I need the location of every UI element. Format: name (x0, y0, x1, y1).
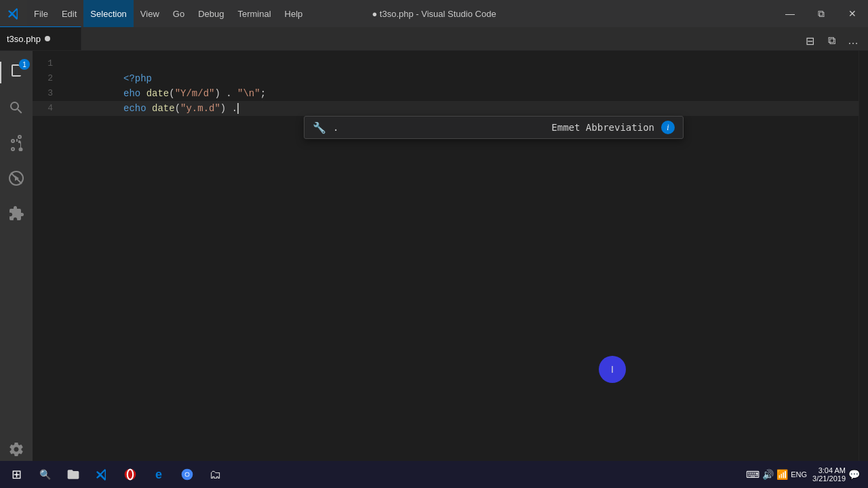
menu-help[interactable]: Help (278, 0, 310, 27)
token-fn-date2: date (152, 103, 175, 114)
split-editor-button[interactable]: ⊟ (800, 31, 819, 50)
autocomplete-row[interactable]: 🔧 . Emmet Abbreviation i (304, 117, 683, 138)
taskbar-chrome[interactable] (174, 461, 201, 488)
taskbar-edge[interactable]: e (145, 461, 172, 488)
code-line-4: 4 echo date("y.m.d") . (33, 101, 859, 116)
autocomplete-info-button[interactable]: i (661, 121, 675, 134)
minimize-button[interactable]: — (774, 0, 806, 27)
tray-notification[interactable]: 💬 (848, 469, 860, 480)
cursor-indicator: I (599, 356, 626, 383)
source-control-icon[interactable] (0, 127, 33, 159)
tab-actions: ⊟ ⧉ … (800, 31, 868, 50)
clock[interactable]: 3:04 AM 3/21/2019 (812, 466, 846, 483)
autocomplete-wrench-icon: 🔧 (313, 121, 326, 134)
menu-edit[interactable]: Edit (55, 0, 83, 27)
activity-bar: 1 (0, 51, 33, 471)
scrollbar[interactable] (859, 51, 868, 471)
editor-content: 1 2 <?php 3 eho date("Y/m/d") . "\n"; 4 (33, 51, 859, 121)
title-bar: File Edit Selection View Go Debug Termin… (0, 0, 868, 27)
autocomplete-symbol: . (333, 122, 338, 133)
layout-button[interactable]: ⧉ (822, 31, 841, 50)
taskbar: ⊞ 🔍 e 🗂 ⌨ 🔊 📶 ENG 3:04 AM 3/21/2019 💬 (0, 461, 868, 488)
menu-view[interactable]: View (134, 0, 166, 27)
editor[interactable]: 1 2 <?php 3 eho date("Y/m/d") . "\n"; 4 (33, 51, 859, 471)
taskbar-opera[interactable] (117, 461, 144, 488)
window-title: ● t3so.php - Visual Studio Code (372, 9, 496, 19)
window-controls: — ⧉ ✕ (774, 0, 868, 27)
tab-t3so[interactable]: t3so.php (0, 26, 81, 50)
files-badge: 1 (19, 59, 30, 70)
tab-bar: t3so.php ⊟ ⧉ … (0, 27, 868, 51)
tray-icon2: 🔊 (762, 469, 774, 480)
tray-locale[interactable]: ENG (791, 470, 807, 479)
menu-selection[interactable]: Selection (83, 0, 133, 27)
taskbar-files[interactable] (60, 461, 87, 488)
start-button[interactable]: ⊞ (3, 461, 30, 488)
more-actions-button[interactable]: … (844, 31, 863, 50)
token-op-paren2: ( (175, 103, 180, 114)
svg-point-7 (186, 473, 189, 476)
menu-debug[interactable]: Debug (191, 0, 231, 27)
line-number-1: 1 (33, 56, 66, 71)
taskbar-vs[interactable] (88, 461, 115, 488)
extensions-icon[interactable] (0, 197, 33, 230)
menu-file[interactable]: File (27, 0, 55, 27)
text-cursor (237, 103, 239, 114)
line-number-3: 3 (33, 86, 66, 101)
taskbar-misc[interactable]: 🗂 (202, 461, 229, 488)
token-str-format2: "y.m.d" (180, 103, 220, 114)
tray-icon3: 📶 (776, 469, 788, 480)
line-number-2: 2 (33, 71, 66, 86)
autocomplete-title: Emmet Abbreviation (551, 122, 654, 133)
token-kw-echo: echo (123, 103, 152, 114)
files-icon[interactable]: 1 (0, 56, 33, 89)
line-number-4: 4 (33, 101, 66, 116)
tray-icon1: ⌨ (746, 469, 760, 480)
run-debug-icon[interactable] (0, 162, 33, 195)
search-taskbar[interactable]: 🔍 (31, 461, 58, 488)
search-icon[interactable] (0, 92, 33, 124)
vscode-logo (0, 0, 27, 27)
menu-go[interactable]: Go (166, 0, 191, 27)
menu-terminal[interactable]: Terminal (231, 0, 277, 27)
close-button[interactable]: ✕ (837, 0, 868, 27)
maximize-button[interactable]: ⧉ (806, 0, 837, 27)
token-op-rparen2: ) . (220, 103, 237, 114)
tab-label: t3so.php (7, 34, 41, 44)
tab-modified-dot (45, 36, 50, 41)
autocomplete-popup[interactable]: 🔧 . Emmet Abbreviation i (304, 116, 684, 139)
main-area: 1 (0, 51, 868, 471)
system-tray: ⌨ 🔊 📶 ENG 3:04 AM 3/21/2019 💬 (741, 466, 865, 483)
svg-point-3 (125, 469, 136, 481)
